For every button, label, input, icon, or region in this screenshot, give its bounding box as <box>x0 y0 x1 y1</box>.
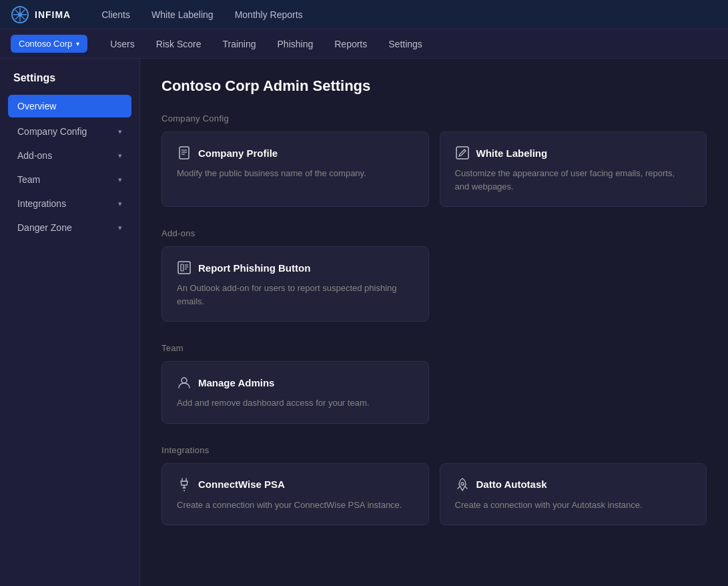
svg-rect-11 <box>178 262 190 274</box>
addons-cards-row: Report Phishing Button An Outlook add-on… <box>161 246 707 322</box>
document-icon <box>177 145 192 160</box>
org-selector-chevron-icon: ▾ <box>76 40 79 47</box>
chevron-down-icon: ▾ <box>118 176 122 184</box>
team-cards-row: Manage Admins Add and remove dashboard a… <box>161 361 707 424</box>
card-white-labeling-title: White Labeling <box>476 148 548 159</box>
card-datto-header: Datto Autotask <box>455 477 692 492</box>
person-icon <box>177 375 192 390</box>
svg-point-17 <box>184 490 185 491</box>
card-datto-autotask[interactable]: Datto Autotask Create a connection with … <box>440 463 707 526</box>
main-content: Contoso Corp Admin Settings Company Conf… <box>140 59 728 586</box>
card-connectwise-psa[interactable]: ConnectWise PSA Create a connection with… <box>161 463 429 526</box>
phishing-button-icon <box>177 260 192 275</box>
card-report-phishing-button[interactable]: Report Phishing Button An Outlook add-on… <box>161 246 429 322</box>
sidebar-item-team[interactable]: Team ▾ <box>8 168 131 191</box>
card-company-profile-header: Company Profile <box>177 145 414 160</box>
chevron-down-icon: ▾ <box>118 224 122 232</box>
top-navigation: INFIMA Clients White Labeling Monthly Re… <box>0 0 728 29</box>
card-company-profile-title: Company Profile <box>198 148 278 159</box>
section-label-integrations: Integrations <box>161 445 707 455</box>
chevron-down-icon: ▾ <box>118 127 122 136</box>
top-nav-clients[interactable]: Clients <box>92 5 139 24</box>
sidebar-item-danger-zone[interactable]: Danger Zone ▾ <box>8 216 131 239</box>
card-company-profile[interactable]: Company Profile Modify the public busine… <box>161 131 429 207</box>
main-layout: Settings Overview Company Config ▾ Add-o… <box>0 59 728 586</box>
card-datto-title: Datto Autotask <box>476 479 547 490</box>
second-nav-risk-score[interactable]: Risk Score <box>147 35 211 53</box>
card-white-labeling-desc: Customize the appearance of user facing … <box>455 167 692 193</box>
second-nav-users[interactable]: Users <box>101 35 144 53</box>
org-selector-label: Contoso Corp <box>19 39 72 49</box>
section-label-team: Team <box>161 343 707 353</box>
sidebar-item-integrations[interactable]: Integrations ▾ <box>8 192 131 215</box>
second-nav-reports[interactable]: Reports <box>325 35 376 53</box>
integrations-cards-row: ConnectWise PSA Create a connection with… <box>161 463 707 526</box>
svg-point-18 <box>461 483 464 485</box>
sidebar-item-integrations-label: Integrations <box>17 198 66 209</box>
rocket-icon <box>455 477 470 492</box>
sidebar-item-company-config-label: Company Config <box>17 126 87 137</box>
card-company-profile-desc: Modify the public business name of the c… <box>177 167 414 180</box>
second-nav-settings[interactable]: Settings <box>379 35 432 53</box>
sidebar-item-add-ons[interactable]: Add-ons ▾ <box>8 144 131 167</box>
svg-rect-6 <box>179 147 189 159</box>
card-manage-admins[interactable]: Manage Admins Add and remove dashboard a… <box>161 361 429 424</box>
section-label-addons: Add-ons <box>161 228 707 238</box>
edit-icon <box>455 145 470 160</box>
sidebar: Settings Overview Company Config ▾ Add-o… <box>0 59 140 586</box>
sidebar-item-add-ons-label: Add-ons <box>17 150 52 161</box>
top-nav-white-labeling[interactable]: White Labeling <box>142 5 223 24</box>
card-white-labeling-header: White Labeling <box>455 145 692 160</box>
svg-point-16 <box>181 378 187 383</box>
second-nav-phishing[interactable]: Phishing <box>268 35 323 53</box>
sidebar-item-team-label: Team <box>17 174 40 185</box>
card-manage-admins-desc: Add and remove dashboard access for your… <box>177 396 414 410</box>
top-nav-monthly-reports[interactable]: Monthly Reports <box>226 5 312 24</box>
card-manage-admins-title: Manage Admins <box>198 377 274 388</box>
card-connectwise-desc: Create a connection with your ConnectWis… <box>177 499 414 512</box>
svg-rect-10 <box>456 147 468 159</box>
svg-rect-12 <box>181 264 184 271</box>
card-connectwise-title: ConnectWise PSA <box>198 479 285 490</box>
card-report-phishing-title: Report Phishing Button <box>198 262 310 274</box>
svg-point-5 <box>18 13 22 17</box>
second-nav-training[interactable]: Training <box>213 35 265 53</box>
section-label-company-config: Company Config <box>161 113 707 123</box>
card-report-phishing-desc: An Outlook add-on for users to report su… <box>177 282 414 308</box>
company-config-cards-row: Company Profile Modify the public busine… <box>161 131 707 207</box>
infima-logo-icon <box>11 5 29 24</box>
card-phishing-header: Report Phishing Button <box>177 260 414 275</box>
logo-area: INFIMA <box>11 5 71 24</box>
sidebar-item-danger-zone-label: Danger Zone <box>17 222 72 233</box>
chevron-down-icon: ▾ <box>118 200 122 208</box>
plug-icon <box>177 477 192 492</box>
second-navigation: Contoso Corp ▾ Users Risk Score Training… <box>0 29 728 59</box>
page-title: Contoso Corp Admin Settings <box>161 77 707 95</box>
card-manage-admins-header: Manage Admins <box>177 375 414 390</box>
sidebar-item-overview[interactable]: Overview <box>8 95 131 117</box>
card-white-labeling[interactable]: White Labeling Customize the appearance … <box>440 131 707 207</box>
top-nav-links: Clients White Labeling Monthly Reports <box>92 5 312 24</box>
sidebar-title: Settings <box>8 72 131 84</box>
card-connectwise-header: ConnectWise PSA <box>177 477 414 492</box>
org-selector-button[interactable]: Contoso Corp ▾ <box>11 35 87 53</box>
chevron-down-icon: ▾ <box>118 152 122 160</box>
card-datto-desc: Create a connection with your Autotask i… <box>455 499 692 512</box>
logo-text: INFIMA <box>35 9 71 20</box>
sidebar-item-company-config[interactable]: Company Config ▾ <box>8 120 131 143</box>
